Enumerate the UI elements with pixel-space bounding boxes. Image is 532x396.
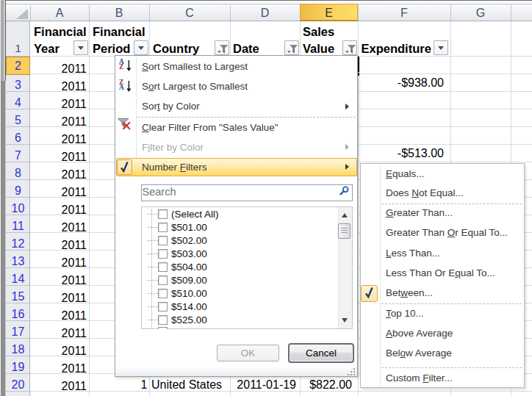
svg-text:A: A: [119, 84, 124, 91]
svg-text:Z: Z: [119, 63, 123, 71]
